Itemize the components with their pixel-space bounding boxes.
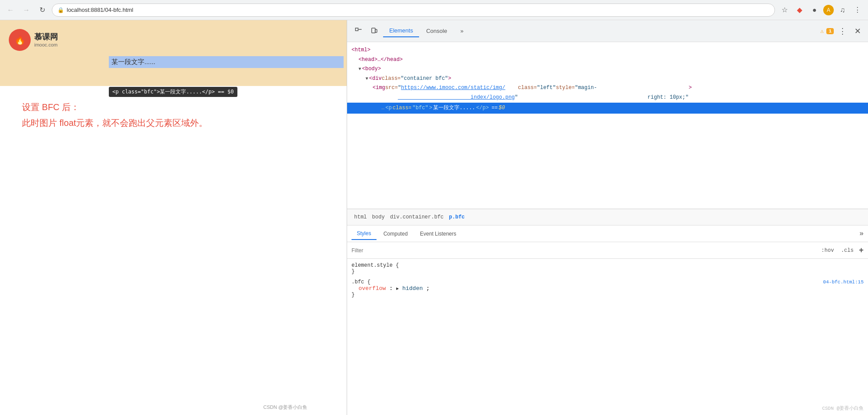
div-triangle[interactable]: ▼: [366, 75, 368, 83]
dom-line-img: <img src= "https://www.imooc.com/static/…: [352, 83, 864, 102]
filter-input[interactable]: [352, 247, 817, 254]
back-button[interactable]: ←: [4, 4, 17, 16]
overflow-value: hidden: [402, 285, 423, 292]
desc-line2: 此时图片 float元素，就不会跑出父元素区域外。: [22, 115, 325, 131]
dom-line-body: ▼ <body>: [352, 64, 864, 74]
bfc-rule-body: overflow : ► hidden ;: [352, 285, 864, 292]
breadcrumb-bar: html body div.container.bfc p.bfc: [347, 209, 868, 225]
bfc-rule-header: .bfc { 04-bfc.html:15: [352, 279, 864, 285]
devtools-header: Elements Console » ⚠ 1 ⋮ ✕: [347, 20, 868, 42]
logo-sub: imooc.com: [34, 42, 58, 47]
devtools-panel: Elements Console » ⚠ 1 ⋮ ✕ <html> <head>…: [347, 20, 868, 415]
add-style-button[interactable]: +: [859, 246, 864, 255]
reload-button[interactable]: ↻: [36, 4, 48, 16]
csdn-watermark: CSDN @姜香小白鱼: [263, 404, 347, 411]
element-tooltip: <p class="bfc">某一段文字.....</p> == $0: [109, 87, 237, 97]
tab-elements[interactable]: Elements: [383, 25, 419, 37]
music-icon[interactable]: ♫: [836, 4, 849, 16]
highlighted-text: 某一段文字......: [109, 56, 344, 68]
overflow-triangle[interactable]: ►: [396, 286, 399, 291]
style-tabs-bar: Styles Computed Event Listeners »: [347, 225, 868, 242]
logo-text-block: 慕课网 imooc.com: [34, 32, 58, 47]
browser-toolbar: ← → ↻ 🔒 localhost:8881/04-bfc.html ☆ ◆ ●…: [0, 0, 868, 20]
inspect-button[interactable]: [352, 24, 366, 38]
style-rule-element: element.style { }: [352, 262, 864, 275]
device-mode-button[interactable]: [367, 24, 381, 38]
hov-button[interactable]: :hov: [820, 247, 836, 254]
breadcrumb-div[interactable]: div.container.bfc: [387, 213, 446, 221]
styles-panel: element.style { } .bfc { 04-bfc.html:15 …: [347, 259, 868, 415]
logo-icon: 🔥: [9, 29, 31, 51]
page-header: 🔥 慕课网 imooc.com 某一段文字...... <p class="bf…: [0, 20, 347, 86]
filter-bar: :hov .cls +: [347, 242, 868, 259]
breadcrumb-p[interactable]: p.bfc: [446, 213, 467, 221]
element-style-close: }: [352, 268, 864, 275]
address-bar[interactable]: 🔒 localhost:8881/04-bfc.html: [52, 4, 775, 17]
style-rule-bfc: .bfc { 04-bfc.html:15 overflow : ► hidde…: [352, 279, 864, 298]
tab-console[interactable]: Console: [420, 25, 453, 37]
html-tag: <html>: [352, 46, 370, 55]
dom-tree: <html> <head>…</head> ▼ <body> ▼ <div cl…: [347, 42, 868, 209]
logo-name: 慕课网: [34, 32, 58, 42]
bfc-selector: .bfc {: [352, 279, 370, 285]
devtools-close-button[interactable]: ✕: [851, 25, 864, 37]
dom-line-div: ▼ <div class= "container bfc" >: [352, 74, 864, 84]
cls-button[interactable]: .cls: [839, 247, 855, 254]
svg-rect-0: [355, 28, 358, 31]
bfc-rule-close: }: [352, 292, 864, 298]
url-text: localhost:8881/04-bfc.html: [67, 7, 133, 13]
warning-count: 1: [826, 28, 834, 34]
tab-more[interactable]: »: [454, 25, 470, 37]
body-triangle[interactable]: ▼: [359, 65, 361, 73]
style-tab-more[interactable]: »: [859, 230, 864, 238]
devtools-more-button[interactable]: ⋮: [836, 25, 849, 37]
filter-actions: :hov .cls +: [820, 246, 864, 255]
devtools-watermark: CSDN @姜香小白鱼: [822, 405, 864, 411]
svg-rect-3: [375, 29, 377, 32]
menu-icon[interactable]: ⋮: [851, 4, 864, 16]
lock-icon: 🔒: [57, 7, 64, 13]
warning-icon: ⚠: [821, 28, 824, 35]
dollar-zero: $0: [499, 104, 505, 113]
main-area: 🔥 慕课网 imooc.com 某一段文字...... <p class="bf…: [0, 20, 868, 415]
ellipsis: …: [381, 104, 384, 113]
profile-icon[interactable]: A: [823, 5, 834, 15]
forward-button[interactable]: →: [20, 4, 32, 16]
overflow-prop-name[interactable]: overflow: [359, 285, 386, 292]
devtools-tabs: Elements Console »: [383, 25, 819, 37]
svg-rect-2: [372, 28, 375, 33]
img-src-link[interactable]: https://www.imooc.com/static/img/ index/…: [398, 85, 515, 100]
toolbar-right: ☆ ◆ ● A ♫ ⋮: [778, 4, 864, 16]
logo-area: 🔥 慕课网 imooc.com: [9, 29, 58, 51]
star-icon[interactable]: ☆: [778, 4, 791, 16]
page-content: 🔥 慕课网 imooc.com 某一段文字...... <p class="bf…: [0, 20, 347, 415]
dom-line-p-highlighted[interactable]: … <p class= "bfc" > 某一段文字..... </p> == $…: [347, 103, 868, 114]
dom-line-head: <head>…</head>: [352, 55, 864, 65]
bfc-source[interactable]: 04-bfc.html:15: [823, 279, 864, 285]
tab-event-listeners[interactable]: Event Listeners: [415, 228, 462, 240]
translate-icon[interactable]: ●: [808, 4, 821, 16]
desc-line1: 设置 BFC 后：: [22, 99, 325, 115]
dom-line-html: <html>: [352, 46, 864, 55]
breadcrumb-body[interactable]: body: [369, 213, 387, 221]
tab-styles[interactable]: Styles: [352, 228, 377, 240]
extension-icon[interactable]: ◆: [793, 4, 806, 16]
tab-computed[interactable]: Computed: [378, 228, 413, 240]
devtools-header-right: ⚠ 1 ⋮ ✕: [821, 25, 864, 37]
breadcrumb-html[interactable]: html: [352, 213, 369, 221]
element-style-selector: element.style {: [352, 262, 864, 268]
